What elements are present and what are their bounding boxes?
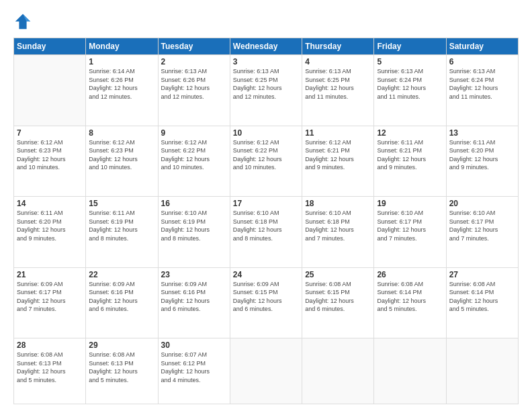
day-info: Sunrise: 6:08 AM Sunset: 6:13 PM Dayligh… xyxy=(17,351,83,384)
calendar-day-cell xyxy=(14,55,86,126)
calendar-day-cell: 15Sunrise: 6:11 AM Sunset: 6:19 PM Dayli… xyxy=(86,197,158,268)
calendar-header-sunday: Sunday xyxy=(14,38,86,55)
day-number: 14 xyxy=(17,199,83,208)
calendar-header-saturday: Saturday xyxy=(446,38,518,55)
day-number: 26 xyxy=(377,270,443,279)
day-info: Sunrise: 6:12 AM Sunset: 6:22 PM Dayligh… xyxy=(161,138,227,172)
day-info: Sunrise: 6:11 AM Sunset: 6:19 PM Dayligh… xyxy=(89,209,154,242)
day-number: 2 xyxy=(161,57,227,66)
day-info: Sunrise: 6:11 AM Sunset: 6:20 PM Dayligh… xyxy=(17,209,83,242)
calendar-day-cell: 25Sunrise: 6:08 AM Sunset: 6:15 PM Dayli… xyxy=(302,267,374,338)
day-number: 17 xyxy=(233,199,299,208)
calendar-table: SundayMondayTuesdayWednesdayThursdayFrid… xyxy=(13,38,519,404)
calendar-day-cell xyxy=(446,338,518,404)
day-number: 19 xyxy=(377,199,443,208)
day-number: 20 xyxy=(449,199,515,208)
calendar-day-cell: 19Sunrise: 6:10 AM Sunset: 6:17 PM Dayli… xyxy=(374,197,446,268)
calendar-day-cell: 3Sunrise: 6:13 AM Sunset: 6:25 PM Daylig… xyxy=(230,55,302,126)
day-number: 8 xyxy=(89,128,154,138)
day-number: 12 xyxy=(377,128,443,138)
day-number: 25 xyxy=(305,270,371,279)
calendar-day-cell: 29Sunrise: 6:08 AM Sunset: 6:13 PM Dayli… xyxy=(86,338,158,404)
calendar-day-cell: 2Sunrise: 6:13 AM Sunset: 6:26 PM Daylig… xyxy=(158,55,230,126)
calendar-week-row: 21Sunrise: 6:09 AM Sunset: 6:17 PM Dayli… xyxy=(14,267,519,338)
calendar-header-friday: Friday xyxy=(374,38,446,55)
day-info: Sunrise: 6:09 AM Sunset: 6:16 PM Dayligh… xyxy=(89,280,154,314)
calendar-day-cell: 6Sunrise: 6:13 AM Sunset: 6:24 PM Daylig… xyxy=(446,55,518,126)
calendar-week-row: 7Sunrise: 6:12 AM Sunset: 6:23 PM Daylig… xyxy=(14,126,519,197)
calendar-header-monday: Monday xyxy=(86,38,158,55)
day-info: Sunrise: 6:09 AM Sunset: 6:17 PM Dayligh… xyxy=(17,280,83,314)
day-info: Sunrise: 6:11 AM Sunset: 6:20 PM Dayligh… xyxy=(449,138,515,172)
day-info: Sunrise: 6:12 AM Sunset: 6:23 PM Dayligh… xyxy=(17,138,83,172)
day-number: 3 xyxy=(233,57,299,66)
day-number: 29 xyxy=(89,340,154,350)
calendar-day-cell: 24Sunrise: 6:09 AM Sunset: 6:15 PM Dayli… xyxy=(230,267,302,338)
day-info: Sunrise: 6:12 AM Sunset: 6:23 PM Dayligh… xyxy=(89,138,154,172)
day-info: Sunrise: 6:10 AM Sunset: 6:18 PM Dayligh… xyxy=(305,209,371,242)
calendar-day-cell: 28Sunrise: 6:08 AM Sunset: 6:13 PM Dayli… xyxy=(14,338,86,404)
calendar-header-tuesday: Tuesday xyxy=(158,38,230,55)
calendar-day-cell: 14Sunrise: 6:11 AM Sunset: 6:20 PM Dayli… xyxy=(14,197,86,268)
day-number: 30 xyxy=(161,340,227,350)
day-info: Sunrise: 6:09 AM Sunset: 6:15 PM Dayligh… xyxy=(233,280,299,314)
calendar-week-row: 1Sunrise: 6:14 AM Sunset: 6:26 PM Daylig… xyxy=(14,55,519,126)
calendar-day-cell: 1Sunrise: 6:14 AM Sunset: 6:26 PM Daylig… xyxy=(86,55,158,126)
day-number: 27 xyxy=(449,270,515,279)
day-number: 22 xyxy=(89,270,154,279)
day-number: 4 xyxy=(305,57,371,66)
calendar-day-cell xyxy=(230,338,302,404)
calendar-week-row: 14Sunrise: 6:11 AM Sunset: 6:20 PM Dayli… xyxy=(14,197,519,268)
calendar-header-wednesday: Wednesday xyxy=(230,38,302,55)
day-info: Sunrise: 6:12 AM Sunset: 6:22 PM Dayligh… xyxy=(233,138,299,172)
day-info: Sunrise: 6:11 AM Sunset: 6:21 PM Dayligh… xyxy=(377,138,443,172)
day-number: 24 xyxy=(233,270,299,279)
day-number: 5 xyxy=(377,57,443,66)
logo xyxy=(13,12,35,31)
logo-icon xyxy=(13,12,32,31)
calendar-day-cell: 27Sunrise: 6:08 AM Sunset: 6:14 PM Dayli… xyxy=(446,267,518,338)
day-info: Sunrise: 6:13 AM Sunset: 6:25 PM Dayligh… xyxy=(233,67,299,101)
day-number: 15 xyxy=(89,199,154,208)
day-info: Sunrise: 6:13 AM Sunset: 6:26 PM Dayligh… xyxy=(161,67,227,101)
day-info: Sunrise: 6:13 AM Sunset: 6:24 PM Dayligh… xyxy=(377,67,443,101)
calendar-day-cell: 4Sunrise: 6:13 AM Sunset: 6:25 PM Daylig… xyxy=(302,55,374,126)
calendar-day-cell: 16Sunrise: 6:10 AM Sunset: 6:19 PM Dayli… xyxy=(158,197,230,268)
calendar-day-cell: 20Sunrise: 6:10 AM Sunset: 6:17 PM Dayli… xyxy=(446,197,518,268)
day-info: Sunrise: 6:10 AM Sunset: 6:18 PM Dayligh… xyxy=(233,209,299,242)
day-info: Sunrise: 6:14 AM Sunset: 6:26 PM Dayligh… xyxy=(89,67,154,101)
calendar-day-cell: 22Sunrise: 6:09 AM Sunset: 6:16 PM Dayli… xyxy=(86,267,158,338)
calendar-day-cell: 11Sunrise: 6:12 AM Sunset: 6:21 PM Dayli… xyxy=(302,126,374,197)
day-number: 7 xyxy=(17,128,83,138)
calendar-header-thursday: Thursday xyxy=(302,38,374,55)
calendar-day-cell: 8Sunrise: 6:12 AM Sunset: 6:23 PM Daylig… xyxy=(86,126,158,197)
calendar-day-cell: 7Sunrise: 6:12 AM Sunset: 6:23 PM Daylig… xyxy=(14,126,86,197)
day-number: 1 xyxy=(89,57,154,66)
day-info: Sunrise: 6:07 AM Sunset: 6:12 PM Dayligh… xyxy=(161,351,227,384)
day-info: Sunrise: 6:13 AM Sunset: 6:24 PM Dayligh… xyxy=(449,67,515,101)
day-number: 11 xyxy=(305,128,371,138)
calendar-day-cell xyxy=(374,338,446,404)
header xyxy=(13,12,519,31)
day-number: 6 xyxy=(449,57,515,66)
day-number: 21 xyxy=(17,270,83,279)
day-info: Sunrise: 6:10 AM Sunset: 6:19 PM Dayligh… xyxy=(161,209,227,242)
day-info: Sunrise: 6:12 AM Sunset: 6:21 PM Dayligh… xyxy=(305,138,371,172)
day-number: 10 xyxy=(233,128,299,138)
calendar-day-cell: 30Sunrise: 6:07 AM Sunset: 6:12 PM Dayli… xyxy=(158,338,230,404)
calendar-day-cell: 17Sunrise: 6:10 AM Sunset: 6:18 PM Dayli… xyxy=(230,197,302,268)
calendar-day-cell: 10Sunrise: 6:12 AM Sunset: 6:22 PM Dayli… xyxy=(230,126,302,197)
calendar-day-cell: 12Sunrise: 6:11 AM Sunset: 6:21 PM Dayli… xyxy=(374,126,446,197)
day-info: Sunrise: 6:08 AM Sunset: 6:15 PM Dayligh… xyxy=(305,280,371,314)
calendar-day-cell: 21Sunrise: 6:09 AM Sunset: 6:17 PM Dayli… xyxy=(14,267,86,338)
calendar-day-cell: 5Sunrise: 6:13 AM Sunset: 6:24 PM Daylig… xyxy=(374,55,446,126)
calendar-day-cell: 23Sunrise: 6:09 AM Sunset: 6:16 PM Dayli… xyxy=(158,267,230,338)
day-number: 9 xyxy=(161,128,227,138)
calendar-day-cell: 18Sunrise: 6:10 AM Sunset: 6:18 PM Dayli… xyxy=(302,197,374,268)
day-number: 13 xyxy=(449,128,515,138)
day-number: 28 xyxy=(17,340,83,350)
day-info: Sunrise: 6:09 AM Sunset: 6:16 PM Dayligh… xyxy=(161,280,227,314)
day-info: Sunrise: 6:08 AM Sunset: 6:13 PM Dayligh… xyxy=(89,351,154,384)
day-number: 23 xyxy=(161,270,227,279)
calendar-day-cell xyxy=(302,338,374,404)
